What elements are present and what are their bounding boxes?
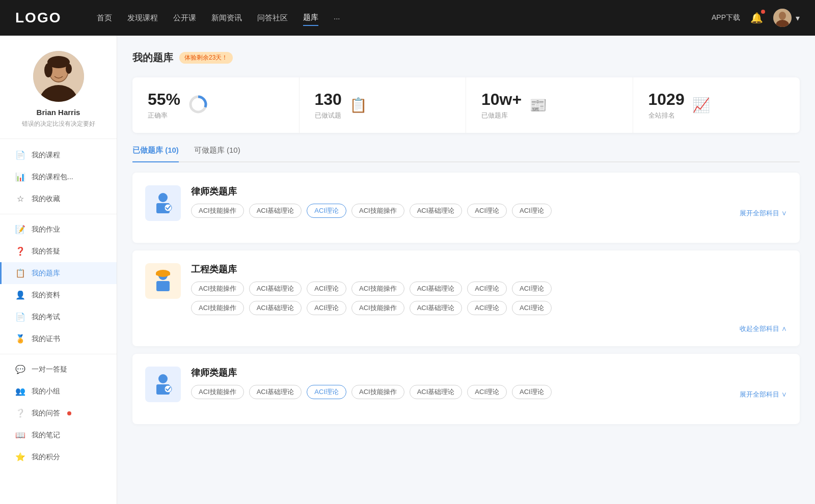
qbank-card-2-tags: ACI技能操作 ACI基础理论 ACI理论 ACI技能操作 ACI基础理论 AC… [191, 385, 787, 399]
notification-badge [761, 10, 765, 14]
qbank-card-0: 律师类题库 ACI技能操作 ACI基础理论 ACI理论 ACI技能操作 ACI基… [132, 173, 800, 243]
sidebar-item-1on1-label: 一对一答疑 [32, 365, 67, 374]
logo[interactable]: LOGO [15, 10, 66, 26]
tag-0-6[interactable]: ACI理论 [512, 204, 552, 218]
tag-1r2-1[interactable]: ACI基础理论 [249, 301, 302, 315]
sidebar-item-homework[interactable]: 📝 我的作业 [0, 218, 117, 240]
sidebar-item-1on1[interactable]: 💬 一对一答疑 [0, 358, 117, 380]
sidebar-menu: 📄 我的课程 📊 我的课程包... ☆ 我的收藏 📝 我的作业 ❓ 我的答疑 � [0, 144, 117, 468]
qbank-card-1-footer: 收起全部科目 ∧ [145, 324, 787, 333]
tag-0-2[interactable]: ACI理论 [307, 204, 346, 218]
stat-done-banks-value: 10w+ [481, 90, 522, 109]
nav-menu: 首页 发现课程 公开课 新闻资讯 问答社区 题库 ··· [97, 10, 712, 26]
tag-0-1[interactable]: ACI基础理论 [249, 204, 302, 218]
nav-open-course[interactable]: 公开课 [173, 11, 196, 25]
profile-name: Brian Harris [37, 108, 80, 117]
collapse-btn-1[interactable]: 收起全部科目 ∧ [740, 324, 787, 333]
expand-btn-2[interactable]: 展开全部科目 ∨ [740, 390, 787, 399]
nav-home[interactable]: 首页 [97, 11, 112, 25]
stat-accuracy-label: 正确率 [148, 111, 180, 120]
sidebar-item-qa[interactable]: ❓ 我的答疑 [0, 240, 117, 262]
tag-2-4[interactable]: ACI基础理论 [410, 385, 463, 399]
tag-1-1[interactable]: ACI基础理论 [249, 282, 302, 296]
sidebar-item-exam[interactable]: 📄 我的考试 [0, 306, 117, 328]
tag-1-5[interactable]: ACI理论 [467, 282, 507, 296]
course-pkg-icon: 📊 [15, 172, 25, 182]
tag-2-0[interactable]: ACI技能操作 [191, 385, 244, 399]
sidebar-item-profile-label: 我的资料 [32, 291, 60, 300]
sidebar-item-favorites[interactable]: ☆ 我的收藏 [0, 188, 117, 210]
sidebar-item-certificate[interactable]: 🏅 我的证书 [0, 328, 117, 350]
tag-0-4[interactable]: ACI基础理论 [410, 204, 463, 218]
tag-2-1[interactable]: ACI基础理论 [249, 385, 302, 399]
stat-done-banks: 10w+ 已做题库 📰 [466, 77, 633, 133]
nav-discover[interactable]: 发现课程 [127, 11, 158, 25]
tag-1r2-5[interactable]: ACI理论 [467, 301, 507, 315]
tag-1r2-6[interactable]: ACI理论 [512, 301, 552, 315]
nav-qbank[interactable]: 题库 [303, 10, 318, 26]
sidebar-item-questions[interactable]: ❔ 我的问答 [0, 402, 117, 424]
qbank-card-1-title: 工程类题库 [191, 263, 787, 275]
notes-icon: 📖 [15, 430, 25, 440]
stat-accuracy-value: 55% [148, 90, 180, 109]
tag-1r2-2[interactable]: ACI理论 [307, 301, 346, 315]
favorites-icon: ☆ [15, 194, 25, 204]
done-banks-icon: 📰 [529, 97, 547, 114]
tag-0-3[interactable]: ACI技能操作 [351, 204, 404, 218]
tag-2-5[interactable]: ACI理论 [467, 385, 507, 399]
svg-point-1 [779, 12, 786, 20]
expand-btn-0[interactable]: 展开全部科目 ∨ [740, 209, 787, 218]
nav-news[interactable]: 新闻资讯 [211, 11, 242, 25]
sidebar-item-course-pkg[interactable]: 📊 我的课程包... [0, 166, 117, 188]
stat-site-rank-text: 1029 全站排名 [648, 90, 685, 120]
tag-1-6[interactable]: ACI理论 [512, 282, 552, 296]
svg-point-12 [158, 193, 168, 202]
svg-point-8 [44, 63, 52, 77]
tag-1-3[interactable]: ACI技能操作 [351, 282, 404, 296]
tag-0-0[interactable]: ACI技能操作 [191, 204, 244, 218]
sidebar-item-my-course[interactable]: 📄 我的课程 [0, 144, 117, 166]
sidebar-item-notes[interactable]: 📖 我的笔记 [0, 424, 117, 446]
profile-avatar [33, 51, 84, 102]
tag-2-2[interactable]: ACI理论 [307, 385, 346, 399]
qbank-card-0-title: 律师类题库 [191, 185, 787, 198]
questions-badge [67, 411, 71, 415]
user-avatar-button[interactable]: ▾ [773, 9, 800, 27]
page-header: 我的题库 体验剩余23天！ [132, 51, 800, 65]
qbank-card-1-body: 工程类题库 ACI技能操作 ACI基础理论 ACI理论 ACI技能操作 ACI基… [191, 263, 787, 315]
stat-accuracy-text: 55% 正确率 [148, 90, 180, 120]
engineer-icon-1 [145, 263, 181, 299]
notification-bell-icon[interactable]: 🔔 [750, 12, 763, 24]
divider-2 [0, 354, 117, 354]
navbar: LOGO 首页 发现课程 公开课 新闻资讯 问答社区 题库 ··· APP下载 … [0, 0, 815, 36]
group-icon: 👥 [15, 386, 25, 396]
tag-1r2-3[interactable]: ACI技能操作 [351, 301, 404, 315]
profile-icon: 👤 [15, 290, 25, 300]
svg-rect-16 [156, 281, 170, 291]
sidebar-item-profile[interactable]: 👤 我的资料 [0, 284, 117, 306]
stat-site-rank-value: 1029 [648, 90, 685, 109]
tag-1-4[interactable]: ACI基础理论 [410, 282, 463, 296]
sidebar-item-group[interactable]: 👥 我的小组 [0, 380, 117, 402]
oneon-icon: 💬 [15, 365, 25, 374]
tag-2-3[interactable]: ACI技能操作 [351, 385, 404, 399]
qbank-card-2-body: 律师类题库 ACI技能操作 ACI基础理论 ACI理论 ACI技能操作 ACI基… [191, 367, 787, 399]
sidebar-item-points[interactable]: ⭐ 我的积分 [0, 446, 117, 468]
tab-available-banks[interactable]: 可做题库 (10) [194, 146, 240, 161]
nav-more[interactable]: ··· [334, 11, 340, 25]
sidebar-item-questions-label: 我的问答 [32, 409, 60, 418]
app-download-btn[interactable]: APP下载 [712, 13, 740, 22]
nav-qa[interactable]: 问答社区 [257, 11, 288, 25]
tag-1-2[interactable]: ACI理论 [307, 282, 346, 296]
sidebar-item-cert-label: 我的证书 [32, 334, 60, 344]
tag-1r2-4[interactable]: ACI基础理论 [410, 301, 463, 315]
qbank-menu-icon: 📋 [15, 268, 25, 278]
tag-2-6[interactable]: ACI理论 [512, 385, 552, 399]
tag-1r2-0[interactable]: ACI技能操作 [191, 301, 244, 315]
tag-1-0[interactable]: ACI技能操作 [191, 282, 244, 296]
stat-site-rank-label: 全站排名 [648, 111, 685, 120]
stat-done-questions: 130 已做试题 📋 [300, 77, 467, 133]
tab-done-banks[interactable]: 已做题库 (10) [132, 146, 179, 161]
tag-0-5[interactable]: ACI理论 [467, 204, 507, 218]
sidebar-item-qbank[interactable]: 📋 我的题库 [0, 262, 117, 284]
